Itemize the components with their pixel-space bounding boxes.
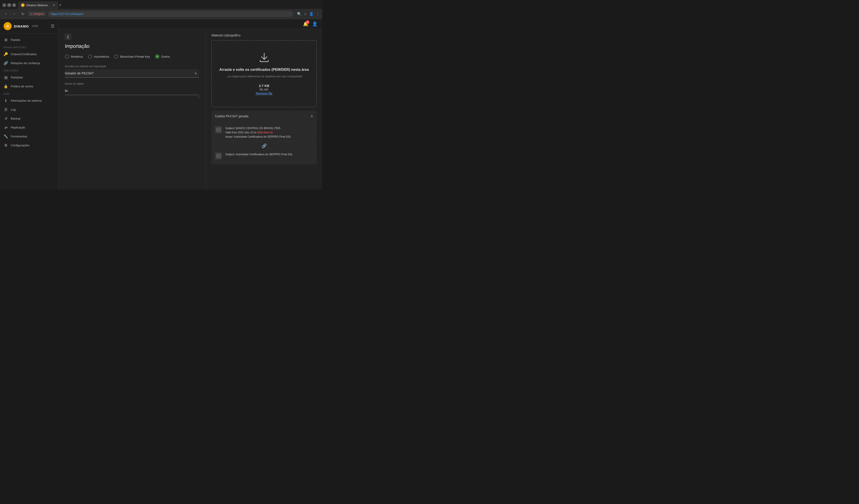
import-method-select-wrapper: Gerador de PKCS#7 ▼ (65, 69, 199, 78)
search-icon[interactable]: 🔍 (297, 12, 302, 16)
right-panel: Material criptográfico Arraste e solte o… (206, 29, 322, 189)
page-title: Importação (65, 43, 199, 49)
sidebar-item-politica[interactable]: 🔒 Política de senha (0, 82, 58, 91)
accordion-title: Cadeia PKCS#7 gerada (215, 114, 248, 118)
main-content: 🔔 1 👤 ❮ Importação Simétrica (58, 19, 322, 189)
radio-outros-inner (156, 56, 159, 58)
sidebar-header: D DINAMO HSM ☰ (0, 19, 58, 33)
lock-icon: 🔒 (3, 84, 8, 89)
svg-rect-1 (217, 154, 220, 158)
tab-title: Dinamo Webcon (26, 3, 51, 7)
cert-item-2: Subject: Autoridade Certificadora do SER… (215, 150, 313, 162)
app-subtitle: HSM (32, 25, 38, 28)
reload-button[interactable]: ↻ (20, 11, 26, 17)
chevron-left-icon: ❮ (67, 35, 69, 38)
sidebar-item-paineis[interactable]: ⊞ Painéis (0, 35, 58, 44)
radio-simetrica-outer (65, 54, 69, 59)
radio-option-simetrica[interactable]: Simétrica (65, 54, 83, 59)
sidebar-label-paineis: Painéis (11, 38, 20, 42)
sidebar-nav: ⊞ Painéis Minha partição 🔑 Chaves/Certif… (0, 33, 58, 152)
settings-icon: ⚙ (3, 143, 8, 147)
app-name: DINAMO (14, 25, 29, 28)
drop-zone[interactable]: Arraste e solte os certificados (PEM/DER… (211, 40, 317, 107)
svg-rect-0 (217, 128, 220, 131)
key-icon: 🔑 (3, 52, 8, 56)
sidebar-item-relacoes[interactable]: 🔗 Relações de confiança (0, 59, 58, 67)
pkcs7-accordion: Cadeia PKCS#7 gerada ∧ (211, 111, 317, 164)
back-button[interactable]: ‹ (3, 11, 9, 17)
radio-outros-label: Outros (161, 55, 170, 58)
tab-favicon: D (21, 3, 25, 7)
sidebar-item-particoes[interactable]: ▤ Partições (0, 73, 58, 82)
sidebar-label-chaves: Chaves/Certificados (11, 52, 37, 56)
replication-icon: ⇄ (3, 125, 8, 129)
backup-icon: ↺ (3, 116, 8, 121)
chain-link-icon: 🔗 (262, 143, 267, 148)
sidebar-section-my-partition: Minha partição (0, 44, 58, 50)
radio-option-outros[interactable]: Outros (155, 54, 170, 59)
radio-blockchain-label: Blockchain Private Key (120, 55, 150, 58)
window-minimize-button[interactable]: — (2, 3, 6, 7)
upload-icon (259, 52, 270, 65)
app-logo: D (3, 22, 12, 30)
partitions-icon: ▤ (3, 75, 8, 80)
security-badge: ⚠ Inseguro (28, 12, 46, 16)
sidebar-item-backup[interactable]: ↺ Backup (0, 114, 58, 123)
sidebar-item-configuracoes[interactable]: ⚙ Configurações (0, 141, 58, 150)
url-input[interactable] (48, 11, 293, 17)
notifications-button[interactable]: 🔔 1 (303, 21, 308, 27)
menu-icon[interactable]: ⋮ (316, 12, 319, 16)
sidebar-section-hsm: HSM (0, 91, 58, 96)
tab-close-button[interactable]: ✕ (53, 3, 55, 7)
window-maximize-button[interactable]: ❐ (7, 3, 11, 7)
window-close-button[interactable]: ✕ (12, 3, 16, 7)
radio-assimetrica-outer (88, 54, 92, 59)
new-tab-button[interactable]: + (59, 3, 61, 7)
sidebar-item-informacoes[interactable]: ℹ Informações do sistema (0, 96, 58, 105)
sidebar-item-chaves[interactable]: 🔑 Chaves/Certificados (0, 50, 58, 59)
sidebar-label-politica: Política de senha (11, 85, 33, 88)
profile-icon[interactable]: 👤 (309, 12, 314, 16)
tools-icon: 🔧 (3, 134, 8, 139)
sidebar-item-log[interactable]: ☰ Log (0, 105, 58, 114)
accordion-header[interactable]: Cadeia PKCS#7 gerada ∧ (211, 111, 317, 121)
radio-blockchain-outer (114, 54, 118, 59)
sidebar-label-replicacao: Replicação (11, 126, 25, 129)
collapse-sidebar-button[interactable]: ❮ (65, 33, 71, 40)
info-icon: ℹ (3, 98, 8, 103)
radio-option-assimetrica[interactable]: Assimétrica (88, 54, 109, 59)
cert-icon-1 (215, 126, 222, 133)
forward-button[interactable]: › (11, 11, 17, 17)
sidebar-label-ferramentas: Ferramentas (11, 135, 27, 138)
cert-2-subject: Subject: Autoridade Certificadora do SER… (225, 152, 293, 157)
file-name: bc.cer (256, 88, 272, 91)
sidebar-label-relacoes: Relações de confiança (11, 61, 40, 65)
import-method-field: Escolha um método de importação Gerador … (65, 65, 199, 78)
security-icon: ⚠ (30, 12, 32, 15)
cert-icon-2 (215, 152, 222, 159)
sidebar-label-log: Log (11, 108, 16, 111)
cert-1-issuer: Issuer: Autoridade Certificadora do SERP… (225, 135, 291, 139)
file-info: 2.7 KB bc.cer Remove file (256, 84, 272, 95)
sidebar-item-ferramentas[interactable]: 🔧 Ferramentas (0, 132, 58, 141)
bookmark-icon[interactable]: ☆ (304, 12, 307, 16)
hamburger-button[interactable]: ☰ (51, 24, 54, 29)
user-icon: 👤 (312, 21, 318, 26)
sidebar-section-partitions: Partições (0, 67, 58, 73)
sidebar: D DINAMO HSM ☰ ⊞ Painéis Minha partição … (0, 19, 58, 189)
crypto-material-title: Material criptográfico (211, 33, 317, 37)
sidebar-label-particoes: Partições (11, 76, 23, 79)
object-name-input[interactable] (65, 87, 199, 95)
browser-tab[interactable]: D Dinamo Webcon ✕ (18, 1, 58, 9)
sidebar-label-configuracoes: Configurações (11, 144, 30, 147)
cert-1-valid: Valid from 2021-Dec-13 to 2022-Dec-13 (225, 130, 291, 135)
remove-file-button[interactable]: Remove file (256, 92, 272, 95)
left-panel: ❮ Importação Simétrica Assimétrica (58, 29, 206, 189)
user-profile-button[interactable]: 👤 (312, 21, 318, 27)
insecure-label: Inseguro (33, 12, 44, 15)
content-area: ❮ Importação Simétrica Assimétrica (58, 29, 322, 189)
radio-option-blockchain[interactable]: Blockchain Private Key (114, 54, 150, 59)
import-method-select[interactable]: Gerador de PKCS#7 (65, 69, 199, 78)
chevron-up-icon: ∧ (311, 114, 313, 118)
sidebar-item-replicacao[interactable]: ⇄ Replicação (0, 123, 58, 132)
